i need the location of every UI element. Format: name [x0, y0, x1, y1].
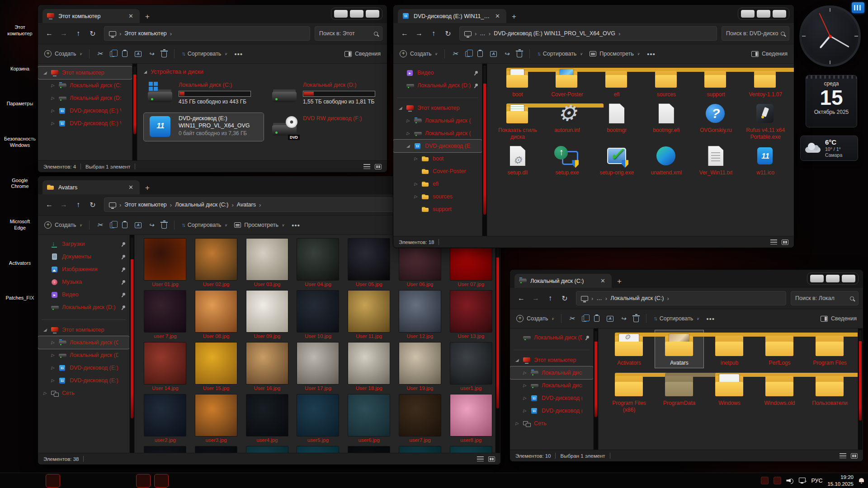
taskbar-app-button[interactable] [118, 474, 132, 487]
back-button[interactable]: ← [42, 201, 56, 209]
tree-item[interactable]: ▷ Локальный диск (C:) [38, 336, 129, 349]
tab-close-icon[interactable]: ✕ [127, 184, 135, 191]
image-file-item[interactable]: user4.jpg [243, 394, 291, 443]
expand-chevron-icon[interactable]: ◢ [43, 70, 48, 75]
tree-item[interactable]: ▷ DVD-дисковод (E:) WIN [510, 404, 593, 417]
expand-chevron-icon[interactable]: ▷ [523, 383, 528, 388]
drive-tile[interactable]: DVD RW дисковод (F:) DVD [268, 113, 387, 141]
paste-button[interactable] [122, 51, 127, 57]
folder-item[interactable]: inetpub [705, 332, 754, 366]
forward-button[interactable]: → [412, 29, 426, 38]
folder-item[interactable]: Program Files [806, 332, 854, 366]
file-item[interactable]: Ver_Win11.txt [692, 145, 740, 176]
back-button[interactable]: ← [398, 29, 411, 38]
drive-tile[interactable]: DVD-дисковод (E:) WIN11_PRO_VL_X64_OVG 0… [144, 113, 264, 141]
share-button[interactable]: ↪ [504, 50, 509, 57]
expand-chevron-icon[interactable]: ▷ [523, 371, 528, 375]
file-item[interactable]: Ventoy-1.1.07 [741, 67, 789, 98]
forward-button[interactable]: → [57, 29, 71, 38]
paste-button[interactable] [122, 222, 127, 228]
expand-chevron-icon[interactable]: ▷ [51, 378, 56, 383]
keyboard-layout-indicator-icon[interactable] [852, 2, 864, 13]
close-button[interactable] [773, 10, 786, 18]
file-item[interactable]: w11.ico [741, 145, 789, 176]
tree-item[interactable]: ▷ Сеть [510, 417, 593, 430]
file-item[interactable]: Показать стиль диска [494, 103, 542, 140]
folder-item[interactable]: ProgramData [655, 372, 703, 413]
tree-item[interactable]: ▷ support [393, 203, 482, 216]
tree-scrollbar[interactable] [482, 64, 487, 236]
maximize-button[interactable] [826, 275, 840, 282]
tree-item[interactable]: ▷ DVD-дисковод (E:) WI [38, 104, 132, 117]
expand-chevron-icon[interactable]: ▷ [414, 182, 419, 186]
notifications-bell-icon[interactable] [859, 478, 864, 483]
details-pane-button[interactable]: Сведения [751, 51, 788, 57]
file-item[interactable]: unattend.xml [642, 145, 690, 176]
tree-item[interactable]: ▷ DVD-дисковод (E:) WIN [38, 117, 132, 130]
expand-chevron-icon[interactable]: ▷ [414, 194, 419, 199]
image-file-item-partial[interactable] [243, 446, 291, 453]
language-indicator[interactable]: РУС [811, 478, 822, 484]
file-item[interactable]: Cover-Poster [543, 67, 591, 98]
search-input[interactable]: Поиск в: Локал [791, 291, 859, 305]
breadcrumb-item[interactable]: DVD-дисковод (E:) WIN11_PRO_VL_X64_OVG› [494, 30, 620, 37]
tree-item[interactable]: ◢ Этот компьютер [393, 102, 482, 114]
taskbar-app-button[interactable] [155, 474, 168, 487]
desktop-icon[interactable]: Activators [4, 239, 36, 267]
large-view-toggle-icon[interactable] [851, 453, 858, 459]
expand-chevron-icon[interactable]: ▷ [414, 156, 419, 161]
delete-button[interactable] [161, 50, 167, 57]
expand-chevron-icon[interactable]: ▷ [51, 121, 56, 126]
tray-app-icon[interactable] [761, 477, 769, 484]
file-item[interactable]: OVGorskiy.ru [692, 103, 740, 140]
image-file-item-partial[interactable] [396, 446, 444, 453]
scrollbar-thumb[interactable] [594, 331, 597, 417]
rename-button[interactable]: A [490, 51, 497, 57]
tree-item[interactable]: ▷ Загрузки [38, 238, 129, 250]
tree-item[interactable]: ▷ DVD-дисковод (E:) WI [38, 361, 129, 374]
taskbar-app-button[interactable] [10, 474, 24, 487]
maximize-button[interactable] [350, 10, 363, 18]
image-file-item-partial[interactable] [447, 446, 495, 453]
image-file-item[interactable]: User 03.jpg [243, 239, 291, 287]
search-input[interactable]: Поиск в: DVD-диско [722, 26, 789, 41]
view-button[interactable]: Просмотреть∨ [590, 51, 640, 57]
image-file-item[interactable]: user2.jpg [141, 394, 189, 443]
tree-scrollbar[interactable] [593, 328, 599, 450]
clock-widget[interactable] [799, 5, 861, 67]
minimize-button[interactable] [741, 10, 755, 18]
search-input[interactable]: Поиск в: Этот [315, 26, 382, 41]
paste-button[interactable] [594, 315, 599, 322]
image-file-item[interactable]: User 05.jpg [345, 239, 393, 287]
tree-item[interactable]: ▷ Документы [38, 250, 129, 263]
copy-button[interactable] [110, 222, 115, 228]
tab-avatars[interactable]: Avatars ✕ [42, 180, 140, 194]
expand-chevron-icon[interactable]: ▷ [51, 83, 56, 88]
tree-item[interactable]: ▷ Изображения [38, 263, 129, 276]
expand-chevron-icon[interactable]: ▷ [51, 96, 56, 100]
tree-item[interactable]: ▷ boot [393, 152, 482, 165]
file-item[interactable]: bootmgr [593, 103, 641, 140]
scrollbar-thumb[interactable] [496, 237, 499, 408]
large-view-toggle-icon[interactable] [488, 456, 495, 462]
cut-button[interactable]: ✂ [569, 314, 575, 323]
tree-scrollbar[interactable] [129, 235, 135, 453]
close-button[interactable] [366, 10, 379, 18]
breadcrumb-item[interactable]: Локальный диск (C:)› [175, 202, 234, 208]
image-file-item[interactable]: User 02.jpg [192, 239, 241, 287]
rename-button[interactable]: A [135, 222, 142, 228]
expand-chevron-icon[interactable]: ▷ [523, 408, 528, 413]
file-item[interactable]: bootmgr.efi [642, 103, 690, 140]
refresh-button[interactable]: ↻ [86, 201, 99, 209]
file-item[interactable]: support [692, 67, 740, 98]
folder-item[interactable]: PerfLogs [755, 332, 804, 366]
image-file-item[interactable]: User 18.jpg [345, 343, 393, 391]
refresh-button[interactable]: ↻ [558, 294, 571, 303]
image-file-item-partial[interactable] [345, 446, 393, 453]
refresh-button[interactable]: ↻ [86, 29, 99, 38]
expand-chevron-icon[interactable]: ◢ [43, 328, 48, 332]
window-disk-c[interactable]: Локальный диск (C:) ✕ + ← → ↑ ↻ › …›Лока… [509, 269, 863, 462]
delete-button[interactable] [633, 315, 639, 322]
tree-item[interactable]: ▷ Локальный диск (C:) [510, 366, 593, 379]
breadcrumb-item[interactable]: Этот компьютер› [124, 202, 172, 208]
